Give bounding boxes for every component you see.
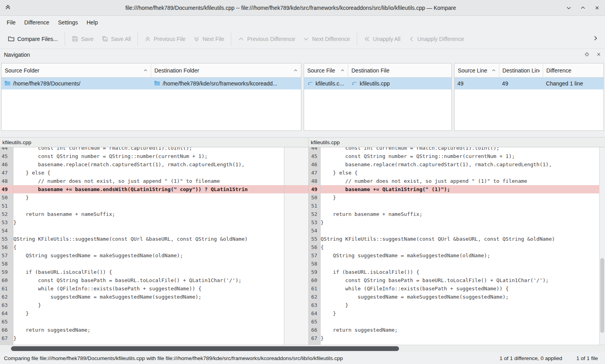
double-chevron-up-icon bbox=[145, 36, 151, 42]
code-line: const QString basePath = baseURL.toLocal… bbox=[321, 276, 599, 284]
horizontal-scrollbar[interactable] bbox=[0, 345, 605, 352]
navigation-row-difference[interactable]: 49 49 Changed 1 line bbox=[455, 78, 603, 89]
unapply-all-label: Unapply All bbox=[373, 36, 401, 42]
menu-difference[interactable]: Difference bbox=[20, 17, 54, 28]
files-panel: Source File Destination File c++ kfileut… bbox=[304, 63, 452, 131]
navigation-row-files[interactable]: c++ kfileutils.c... c++ kfileutils.cpp bbox=[304, 78, 451, 89]
line-number: 48 bbox=[309, 177, 320, 185]
line-number: 50 bbox=[309, 193, 320, 202]
line-number: 59 bbox=[309, 268, 320, 276]
line-number: 62 bbox=[0, 293, 13, 301]
next-difference-button: Next Difference bbox=[299, 33, 354, 45]
left-pane-title: kfileutils.cpp bbox=[2, 139, 32, 145]
source-file-value: kfileutils.c... bbox=[315, 80, 344, 87]
column-header-destination-line[interactable]: Destination Line bbox=[499, 63, 543, 77]
previous-difference-label: Previous Difference bbox=[247, 36, 295, 42]
horizontal-scrollbar-thumb[interactable] bbox=[11, 346, 399, 351]
code-line: } else { bbox=[13, 169, 284, 177]
menu-settings[interactable]: Settings bbox=[54, 17, 82, 28]
difference-value: Changed 1 line bbox=[546, 80, 583, 87]
line-number: 58 bbox=[309, 260, 320, 268]
left-code-lines: const int currentNum = rmatch.captured(1… bbox=[13, 147, 284, 342]
toolbar: Compare Files... Save Save All bbox=[0, 29, 605, 49]
column-header-source-folder[interactable]: Source Folder bbox=[2, 63, 151, 77]
navigation-row-folders[interactable]: /home/fhek789/Documents/ /home/fhek789/k… bbox=[2, 78, 301, 89]
minimize-button[interactable] bbox=[566, 5, 572, 11]
svg-text:++: ++ bbox=[310, 81, 313, 84]
folder-icon bbox=[4, 80, 11, 87]
destination-folder-value: /home/fhek789/kde/src/frameworks/kcoread… bbox=[163, 80, 277, 87]
save-all-button: Save All bbox=[98, 32, 135, 45]
code-line: QString KFileUtils::suggestName(const QU… bbox=[321, 235, 599, 243]
column-header-destination-file[interactable]: Destination File bbox=[348, 63, 451, 77]
code-line: } else { bbox=[321, 169, 599, 177]
double-chevron-left-icon bbox=[364, 36, 370, 42]
line-number: 61 bbox=[0, 284, 13, 293]
changed-code-line[interactable]: basename += QLatin1String(" (1)"); bbox=[321, 185, 599, 193]
menu-file[interactable]: File bbox=[2, 17, 20, 28]
column-header-source-file[interactable]: Source File bbox=[304, 63, 348, 77]
line-number: 45 bbox=[0, 152, 13, 160]
line-number: 44 bbox=[309, 147, 320, 152]
destination-file-value: kfileutils.cpp bbox=[360, 80, 390, 87]
chevron-up-icon bbox=[238, 36, 244, 42]
save-icon bbox=[72, 35, 78, 42]
compare-files-button[interactable]: Compare Files... bbox=[4, 32, 62, 45]
code-line bbox=[321, 260, 599, 268]
right-code-pane[interactable]: const int currentNum = rmatch.captured(1… bbox=[320, 147, 599, 345]
vertical-scrollbar-thumb[interactable] bbox=[600, 258, 604, 333]
code-line: } bbox=[321, 309, 599, 318]
toolbar-separator bbox=[65, 32, 65, 46]
code-line: } bbox=[321, 301, 599, 309]
folder-icon bbox=[154, 80, 160, 87]
left-code-pane[interactable]: const int currentNum = rmatch.captured(1… bbox=[13, 147, 284, 345]
navigation-panels: Source Folder Destination Folder bbox=[0, 61, 605, 135]
line-number: 61 bbox=[309, 284, 320, 293]
close-button[interactable] bbox=[594, 5, 600, 11]
column-header-destination-folder[interactable]: Destination Folder bbox=[151, 63, 301, 77]
line-number: 57 bbox=[0, 251, 13, 260]
diff-connector bbox=[284, 147, 308, 345]
code-line: const QString number = QString::number(c… bbox=[321, 152, 599, 160]
code-line: } bbox=[13, 218, 284, 227]
line-number: 49 bbox=[0, 185, 13, 193]
changed-code-line[interactable]: basename += basename.endsWith(QLatin1Str… bbox=[13, 185, 284, 193]
vertical-scrollbar[interactable] bbox=[599, 147, 605, 345]
code-line: const QString number = QString::number(c… bbox=[13, 152, 284, 160]
maximize-button[interactable] bbox=[580, 5, 586, 11]
line-number: 48 bbox=[0, 177, 13, 185]
code-line: const QString basePath = baseURL.toLocal… bbox=[13, 276, 284, 284]
code-line: const int currentNum = rmatch.captured(1… bbox=[13, 147, 284, 152]
code-line: return basename + nameSuffix; bbox=[13, 210, 284, 218]
menu-help[interactable]: Help bbox=[82, 17, 102, 28]
line-number: 57 bbox=[309, 251, 320, 260]
close-dock-button[interactable] bbox=[596, 52, 601, 58]
cpp-file-icon: c++ bbox=[307, 80, 313, 87]
previous-file-label: Previous File bbox=[154, 36, 186, 42]
save-all-icon bbox=[102, 35, 108, 42]
code-line bbox=[13, 260, 284, 268]
code-line: return basename + nameSuffix; bbox=[321, 210, 599, 218]
line-number: 66 bbox=[0, 326, 13, 334]
chevron-down-icon bbox=[303, 36, 309, 42]
float-dock-button[interactable] bbox=[585, 52, 589, 58]
right-line-number-gutter: 4445464748495051525354555657585960616263… bbox=[308, 147, 320, 345]
code-line: if (baseURL.isLocalFile()) { bbox=[13, 268, 284, 276]
code-line: basename.replace(rmatch.capturedStart(1)… bbox=[321, 160, 599, 169]
save-button: Save bbox=[68, 32, 98, 45]
code-line: QString suggestedName = makeSuggestedNam… bbox=[321, 251, 599, 260]
code-line: const int currentNum = rmatch.captured(1… bbox=[321, 147, 599, 152]
line-number: 62 bbox=[309, 293, 320, 301]
left-gutter-lines: 4445464748495051525354555657585960616263… bbox=[0, 147, 13, 342]
unapply-difference-button: Unapply Difference bbox=[405, 33, 468, 45]
line-number: 63 bbox=[309, 301, 320, 309]
line-number: 45 bbox=[309, 152, 320, 160]
sort-indicator-icon bbox=[492, 67, 496, 74]
window-titlebar: file:///home/fhek789/Documents/kfileutil… bbox=[0, 0, 605, 16]
code-line bbox=[13, 227, 284, 235]
column-header-source-line[interactable]: Source Line bbox=[455, 63, 499, 77]
next-file-label: Next File bbox=[202, 36, 224, 42]
toolbar-overflow-button[interactable] bbox=[590, 33, 601, 45]
column-header-difference[interactable]: Difference bbox=[543, 63, 603, 77]
toolbar-separator bbox=[231, 32, 231, 46]
